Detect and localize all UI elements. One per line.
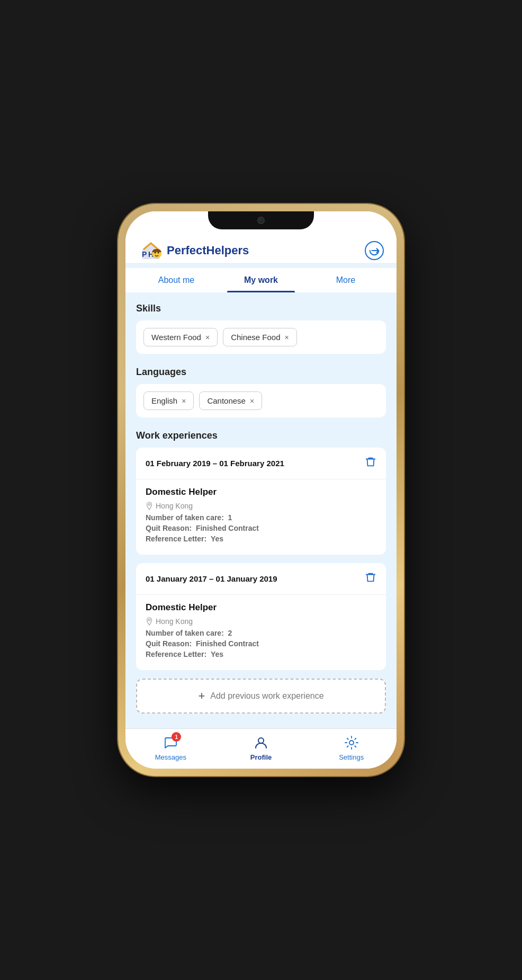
work-card-1-body: Domestic Helper Hong Kong Number of take… xyxy=(136,479,386,555)
profile-label: Profile xyxy=(250,753,272,761)
languages-title: Languages xyxy=(136,367,386,378)
tab-more[interactable]: More xyxy=(303,268,388,292)
work-card-1-header: 01 February 2019 – 01 February 2021 xyxy=(136,448,386,479)
add-plus-icon: + xyxy=(198,689,205,703)
work-taken-care-2: Number of taken care: 2 xyxy=(146,629,376,637)
camera xyxy=(257,217,265,224)
tag-cantonese[interactable]: Cantonese × xyxy=(199,391,262,410)
remove-chinese-food[interactable]: × xyxy=(285,333,289,342)
delete-work-1[interactable] xyxy=(365,456,376,470)
work-location-1: Hong Kong xyxy=(146,502,376,510)
skills-tags-container: Western Food × Chinese Food × xyxy=(136,320,386,354)
skills-section: Skills Western Food × Chinese Food × xyxy=(136,303,386,354)
work-location-2: Hong Kong xyxy=(146,617,376,626)
work-card-2: 01 January 2017 – 01 January 2019 Domest… xyxy=(136,563,386,670)
work-experiences-section: Work experiences 01 February 2019 – 01 F… xyxy=(136,430,386,714)
messages-label: Messages xyxy=(155,753,186,761)
messages-badge: 1 xyxy=(172,732,181,742)
logo-icon: P H xyxy=(138,238,164,263)
languages-section: Languages English × Cantonese × xyxy=(136,367,386,417)
work-reference-2: Reference Letter: Yes xyxy=(146,650,376,658)
work-quit-reason-1: Quit Reason: Finished Contract xyxy=(146,524,376,532)
skills-title: Skills xyxy=(136,303,386,314)
work-title-2: Domestic Helper xyxy=(146,602,376,613)
notch xyxy=(208,211,314,229)
tab-about-me[interactable]: About me xyxy=(134,268,219,292)
languages-tags-container: English × Cantonese × xyxy=(136,384,386,417)
phone-frame: P H PerfectHelpers xyxy=(118,204,404,776)
settings-label: Settings xyxy=(339,753,364,761)
screen: P H PerfectHelpers xyxy=(125,211,397,769)
work-taken-care-1: Number of taken care: 1 xyxy=(146,513,376,522)
nav-profile[interactable]: Profile xyxy=(216,734,307,761)
add-work-experience-button[interactable]: + Add previous work experience xyxy=(136,679,386,714)
work-card-2-header: 01 January 2017 – 01 January 2019 xyxy=(136,563,386,595)
delete-work-2[interactable] xyxy=(365,572,376,586)
work-experiences-title: Work experiences xyxy=(136,430,386,441)
work-date-2: 01 January 2017 – 01 January 2019 xyxy=(146,574,277,583)
tag-western-food[interactable]: Western Food × xyxy=(143,328,218,346)
tab-my-work[interactable]: My work xyxy=(219,268,303,292)
work-card-1: 01 February 2019 – 01 February 2021 Dome… xyxy=(136,448,386,555)
remove-cantonese[interactable]: × xyxy=(250,397,254,405)
svg-point-8 xyxy=(349,741,354,745)
remove-western-food[interactable]: × xyxy=(205,333,210,342)
work-title-1: Domestic Helper xyxy=(146,487,376,497)
work-reference-1: Reference Letter: Yes xyxy=(146,534,376,543)
tag-chinese-food[interactable]: Chinese Food × xyxy=(223,328,297,346)
svg-point-7 xyxy=(258,738,264,743)
svg-text:P: P xyxy=(142,250,147,259)
svg-point-6 xyxy=(148,619,150,621)
phone-inner: P H PerfectHelpers xyxy=(125,211,397,769)
work-quit-reason-2: Quit Reason: Finished Contract xyxy=(146,639,376,648)
logo-area: P H PerfectHelpers xyxy=(138,238,249,263)
svg-point-5 xyxy=(148,504,150,506)
bottom-nav: 1 Messages Profile xyxy=(125,728,397,769)
app-name: PerfectHelpers xyxy=(167,244,249,257)
nav-messages[interactable]: 1 Messages xyxy=(125,734,216,761)
settings-icon xyxy=(343,734,360,751)
work-date-1: 01 February 2019 – 01 February 2021 xyxy=(146,459,284,468)
messages-icon: 1 xyxy=(162,734,179,751)
tabs-bar: About me My work More xyxy=(125,268,397,292)
main-content: Skills Western Food × Chinese Food × xyxy=(125,292,397,728)
remove-english[interactable]: × xyxy=(182,397,186,405)
profile-icon xyxy=(253,734,269,751)
add-work-label: Add previous work experience xyxy=(210,691,323,701)
tag-english[interactable]: English × xyxy=(143,391,194,410)
logout-button[interactable] xyxy=(365,241,384,260)
nav-settings[interactable]: Settings xyxy=(306,734,397,761)
work-card-2-body: Domestic Helper Hong Kong Number of take… xyxy=(136,595,386,670)
